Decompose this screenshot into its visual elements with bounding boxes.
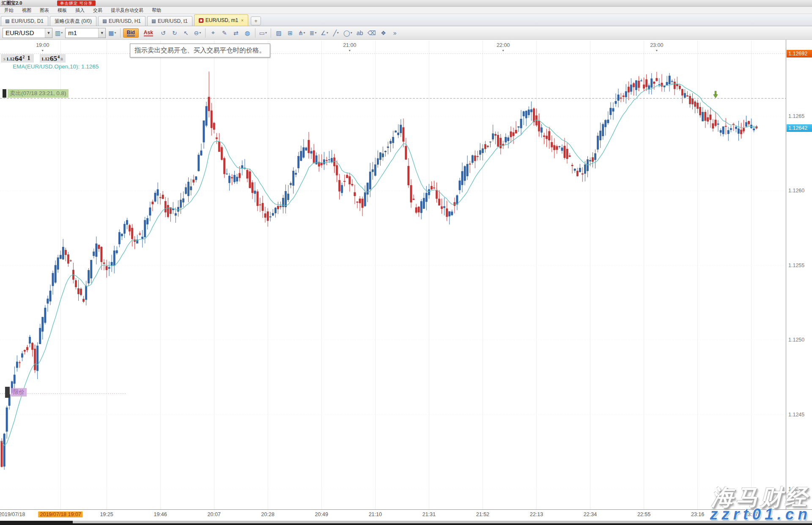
crosshair-icon[interactable]: ⌖: [208, 28, 218, 38]
menu-item-insert[interactable]: 插入: [71, 7, 89, 14]
text-tool-icon[interactable]: ab: [355, 28, 365, 38]
sell-trade-label: 卖出(07/18 23:21, 0.8): [8, 89, 69, 98]
hour-marker-icon: ▼: [348, 49, 351, 52]
tab-label: EUR/USD, t1: [158, 18, 188, 24]
chart-doc-red-icon: [199, 18, 203, 23]
time-axis-label: 20:07: [208, 511, 221, 517]
hour-marker-icon: ▼: [655, 49, 658, 52]
time-axis-label: 2019/07/18: [0, 511, 25, 517]
tab-label: EUR/USD, H1: [109, 18, 141, 24]
time-axis-label: 21:10: [369, 511, 382, 517]
tab-eurusd-t1[interactable]: EUR/USD, t1: [147, 16, 192, 26]
time-axis-label: 23:16: [691, 511, 704, 517]
ruler-icon[interactable]: ▭▾: [258, 28, 268, 38]
sell-trade-marker[interactable]: 卖出(07/18 23:21, 0.8): [3, 89, 69, 98]
sync-charts-icon[interactable]: ⇄: [231, 28, 241, 38]
channel-icon[interactable]: ∠▾: [319, 28, 329, 38]
tab-strategy-dashboard[interactable]: 策略仪表盘 (0/0): [50, 16, 96, 26]
limit-order-marker[interactable]: 限价: [5, 387, 27, 398]
candlestick-chart[interactable]: [0, 0, 812, 525]
trendline-icon[interactable]: ╱▾: [331, 28, 341, 38]
globe-icon[interactable]: ◍: [242, 28, 252, 38]
chevron-down-icon[interactable]: ▼: [98, 28, 105, 38]
chart-type-icon[interactable]: ▦▾: [107, 28, 117, 38]
chart-doc-icon: [103, 19, 107, 23]
timeframe-select[interactable]: m1 ▼: [65, 28, 106, 38]
redo-icon[interactable]: ↻: [170, 28, 180, 38]
time-axis-label: 21:00: [343, 42, 356, 48]
menu-item-template[interactable]: 模板: [53, 7, 71, 14]
tab-label: EUR/USD, D1: [11, 18, 44, 24]
objects-list-icon[interactable]: ❖: [379, 28, 389, 38]
ellipse-icon[interactable]: ◯▾: [342, 28, 354, 38]
bid-ask-quote: S 1.12 64 2 1 1.12 65 4 B: [1, 54, 66, 63]
buy-letter: B: [60, 57, 63, 61]
timeframe-value: m1: [66, 29, 98, 36]
chart-doc-icon: [152, 19, 156, 23]
bottom-window-edge: [0, 521, 812, 525]
time-axis-label: 20:28: [261, 511, 274, 517]
y-axis-line: [786, 40, 786, 510]
title-promo-badge[interactable]: 单击绑定 可分享: [57, 0, 96, 6]
symbol-select[interactable]: EUR/USD ▼: [3, 28, 52, 38]
price-axis-label: 1.1260: [788, 188, 804, 194]
x-axis-line: [0, 509, 812, 510]
annotate-icon[interactable]: ✎: [219, 28, 230, 38]
time-axis-label: 22:13: [530, 511, 543, 517]
symbol-list-icon[interactable]: ▥▾: [54, 28, 64, 38]
last-price-badge: 1.12642: [787, 124, 812, 132]
time-axis-label: 2019/07/18 19:07: [38, 511, 82, 517]
hour-marker-icon: ▼: [41, 49, 44, 52]
session-high-badge: 1.12692: [787, 50, 812, 57]
pitchfork-icon[interactable]: ⋔▾: [296, 28, 307, 38]
menu-item-view[interactable]: 视图: [18, 7, 36, 14]
sell-letter: S: [3, 57, 5, 61]
time-axis-label: 23:00: [650, 42, 663, 48]
toolbar-separator: [205, 28, 206, 38]
marker-candle-icon: [3, 89, 6, 98]
zoom-out-icon[interactable]: ⊖▾: [192, 28, 203, 38]
price-axis-label: 1.1245: [788, 412, 804, 418]
time-axis-label: 19:46: [154, 511, 167, 517]
chevron-down-icon[interactable]: ▼: [45, 28, 52, 38]
menu-item-help[interactable]: 帮助: [148, 7, 165, 14]
toolbar-separator: [120, 28, 121, 38]
toolbar: EUR/USD ▼ ▥▾ m1 ▼ ▦▾BidAsk↺↻↖⊖▾⌖✎⇄◍▭▾▨⊞⋔…: [0, 26, 812, 40]
toolbar-separator: [271, 28, 271, 38]
time-axis-label: 20:49: [315, 511, 328, 517]
image-icon[interactable]: ▨: [274, 28, 284, 38]
title-bar: 汇图宝2.0 单击绑定 可分享: [0, 0, 812, 7]
time-axis-label: 19:00: [36, 42, 49, 48]
tab-eurusd-h1[interactable]: EUR/USD, H1: [98, 16, 145, 26]
hour-marker-icon: ▼: [502, 49, 505, 52]
time-axis-label: 21:31: [422, 511, 436, 517]
menu-item-alerts-autotrade[interactable]: 提示及自动交易: [107, 7, 148, 14]
bid-line-tooltip: 指示卖出交易开仓、买入交易平仓时的价格。: [130, 44, 270, 57]
time-axis-label: 21:52: [476, 511, 489, 517]
more-tools-icon[interactable]: »: [390, 28, 400, 38]
marker-candle-icon: [5, 387, 10, 398]
ema-indicator-label: EMA(EUR/USD.Open,10): 1.1265: [13, 63, 99, 70]
price-axis-label: 1.1265: [788, 113, 804, 119]
symbol-value: EUR/USD: [3, 29, 45, 36]
new-tab-button[interactable]: +: [251, 16, 261, 25]
tab-label: 策略仪表盘 (0/0): [55, 18, 92, 25]
tab-eurusd-m1[interactable]: EUR/USD, m1×: [194, 14, 248, 26]
tab-eurusd-d1[interactable]: EUR/USD, D1: [1, 16, 48, 26]
close-icon[interactable]: ×: [241, 18, 244, 23]
price-axis-label: 1.1250: [788, 337, 804, 343]
limit-order-label: 限价: [11, 388, 27, 396]
undo-icon[interactable]: ↺: [158, 28, 168, 38]
eraser-icon[interactable]: ⌫: [366, 28, 377, 38]
menu-item-chart[interactable]: 图表: [36, 7, 53, 14]
tab-bar: EUR/USD, D1策略仪表盘 (0/0)EUR/USD, H1EUR/USD…: [0, 14, 812, 26]
bid-button[interactable]: Bid: [123, 28, 139, 38]
cursor-icon[interactable]: ↖: [181, 28, 191, 38]
hlines-icon[interactable]: ≣▾: [308, 28, 318, 38]
menu-item-trade[interactable]: 交易: [89, 7, 107, 14]
time-axis-label: 22:00: [497, 42, 510, 48]
menu-item-start[interactable]: 开始: [0, 7, 18, 14]
ask-button[interactable]: Ask: [140, 28, 157, 38]
chart-doc-icon: [5, 19, 9, 23]
window-icon[interactable]: ⊞: [285, 28, 295, 38]
